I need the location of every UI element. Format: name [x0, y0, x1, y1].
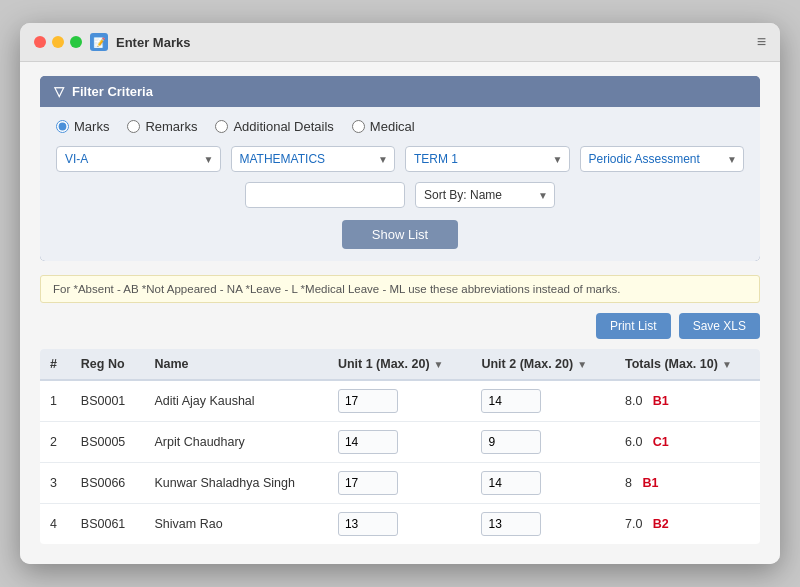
- grade-badge: B1: [653, 394, 669, 408]
- unit2-input[interactable]: [481, 389, 541, 413]
- table-row: 3 BS0066 Kunwar Shaladhya Singh 8 B1: [40, 463, 760, 504]
- table-row: 4 BS0061 Shivam Rao 7.0 B2: [40, 504, 760, 545]
- grade-badge: B1: [642, 476, 658, 490]
- col-num: #: [40, 349, 71, 380]
- grade-badge: C1: [653, 435, 669, 449]
- cell-name: Kunwar Shaladhya Singh: [145, 463, 328, 504]
- cell-total: 8 B1: [615, 463, 760, 504]
- cell-unit2[interactable]: [471, 422, 615, 463]
- maximize-button[interactable]: [70, 36, 82, 48]
- cell-unit2[interactable]: [471, 463, 615, 504]
- cell-total: 6.0 C1: [615, 422, 760, 463]
- total-value: 6.0: [625, 435, 642, 449]
- window-title: Enter Marks: [116, 35, 190, 50]
- filter-label: Filter Criteria: [72, 84, 153, 99]
- cell-reg: BS0005: [71, 422, 145, 463]
- table-row: 1 BS0001 Aditi Ajay Kaushal 8.0 B1: [40, 380, 760, 422]
- col-name: Name: [145, 349, 328, 380]
- cell-reg: BS0061: [71, 504, 145, 545]
- filter-icon: ▽: [54, 84, 64, 99]
- content-area: ▽ Filter Criteria Marks Remarks: [20, 62, 780, 564]
- unit2-input[interactable]: [481, 512, 541, 536]
- unit1-sort-icon[interactable]: ▼: [434, 359, 444, 370]
- cell-total: 7.0 B2: [615, 504, 760, 545]
- unit2-input[interactable]: [481, 430, 541, 454]
- filter-body: Marks Remarks Additional Details Medical: [40, 107, 760, 261]
- col-reg: Reg No: [71, 349, 145, 380]
- show-list-button[interactable]: Show List: [342, 220, 458, 249]
- unit2-input[interactable]: [481, 471, 541, 495]
- col-unit1: Unit 1 (Max. 20) ▼: [328, 349, 472, 380]
- dropdowns-row: VI-A VI-B VII-A ▼ MATHEMATICS ENGLISH SC…: [56, 146, 744, 172]
- radio-marks[interactable]: Marks: [56, 119, 109, 134]
- radio-remarks[interactable]: Remarks: [127, 119, 197, 134]
- titlebar-left: 📝 Enter Marks: [34, 33, 190, 51]
- total-value: 8.0: [625, 394, 642, 408]
- sort-dropdown[interactable]: Sort By: Name Sort By: Reg No Sort By: M…: [415, 182, 555, 208]
- radio-additional[interactable]: Additional Details: [215, 119, 333, 134]
- table-header-row: # Reg No Name Unit 1 (Max. 20) ▼ Unit 2 …: [40, 349, 760, 380]
- total-value: 7.0: [625, 517, 642, 531]
- class-dropdown[interactable]: VI-A VI-B VII-A: [56, 146, 221, 172]
- subject-dropdown-wrap: MATHEMATICS ENGLISH SCIENCE ▼: [231, 146, 396, 172]
- radio-group: Marks Remarks Additional Details Medical: [56, 119, 744, 134]
- assessment-dropdown[interactable]: Periodic Assessment Half Yearly Annual: [580, 146, 745, 172]
- cell-unit1[interactable]: [328, 463, 472, 504]
- close-button[interactable]: [34, 36, 46, 48]
- unit1-input[interactable]: [338, 430, 398, 454]
- second-filter-row: Sort By: Name Sort By: Reg No Sort By: M…: [56, 182, 744, 208]
- cell-total: 8.0 B1: [615, 380, 760, 422]
- action-row: Print List Save XLS: [40, 313, 760, 339]
- unit2-sort-icon[interactable]: ▼: [577, 359, 587, 370]
- col-unit2: Unit 2 (Max. 20) ▼: [471, 349, 615, 380]
- app-icon: 📝: [90, 33, 108, 51]
- filter-section: ▽ Filter Criteria Marks Remarks: [40, 76, 760, 261]
- cell-num: 3: [40, 463, 71, 504]
- sort-dropdown-wrap: Sort By: Name Sort By: Reg No Sort By: M…: [415, 182, 555, 208]
- total-value: 8: [625, 476, 632, 490]
- cell-reg: BS0001: [71, 380, 145, 422]
- cell-num: 4: [40, 504, 71, 545]
- class-dropdown-wrap: VI-A VI-B VII-A ▼: [56, 146, 221, 172]
- titlebar: 📝 Enter Marks ≡: [20, 23, 780, 62]
- cell-unit1[interactable]: [328, 504, 472, 545]
- subject-dropdown[interactable]: MATHEMATICS ENGLISH SCIENCE: [231, 146, 396, 172]
- col-total: Totals (Max. 10) ▼: [615, 349, 760, 380]
- cell-name: Arpit Chaudhary: [145, 422, 328, 463]
- cell-reg: BS0066: [71, 463, 145, 504]
- grade-badge: B2: [653, 517, 669, 531]
- cell-name: Aditi Ajay Kaushal: [145, 380, 328, 422]
- hamburger-menu[interactable]: ≡: [757, 33, 766, 51]
- term-dropdown-wrap: TERM 1 TERM 2 ▼: [405, 146, 570, 172]
- info-bar: For *Absent - AB *Not Appeared - NA *Lea…: [40, 275, 760, 303]
- unit1-input[interactable]: [338, 471, 398, 495]
- minimize-button[interactable]: [52, 36, 64, 48]
- cell-unit2[interactable]: [471, 504, 615, 545]
- table-row: 2 BS0005 Arpit Chaudhary 6.0 C1: [40, 422, 760, 463]
- cell-name: Shivam Rao: [145, 504, 328, 545]
- cell-unit1[interactable]: [328, 380, 472, 422]
- marks-table: # Reg No Name Unit 1 (Max. 20) ▼ Unit 2 …: [40, 349, 760, 544]
- total-sort-icon[interactable]: ▼: [722, 359, 732, 370]
- traffic-lights: [34, 36, 82, 48]
- search-input[interactable]: [245, 182, 405, 208]
- cell-unit1[interactable]: [328, 422, 472, 463]
- assessment-dropdown-wrap: Periodic Assessment Half Yearly Annual ▼: [580, 146, 745, 172]
- save-xls-button[interactable]: Save XLS: [679, 313, 760, 339]
- filter-header: ▽ Filter Criteria: [40, 76, 760, 107]
- unit1-input[interactable]: [338, 512, 398, 536]
- unit1-input[interactable]: [338, 389, 398, 413]
- radio-medical[interactable]: Medical: [352, 119, 415, 134]
- term-dropdown[interactable]: TERM 1 TERM 2: [405, 146, 570, 172]
- cell-num: 1: [40, 380, 71, 422]
- cell-num: 2: [40, 422, 71, 463]
- print-list-button[interactable]: Print List: [596, 313, 671, 339]
- main-window: 📝 Enter Marks ≡ ▽ Filter Criteria Marks: [20, 23, 780, 564]
- cell-unit2[interactable]: [471, 380, 615, 422]
